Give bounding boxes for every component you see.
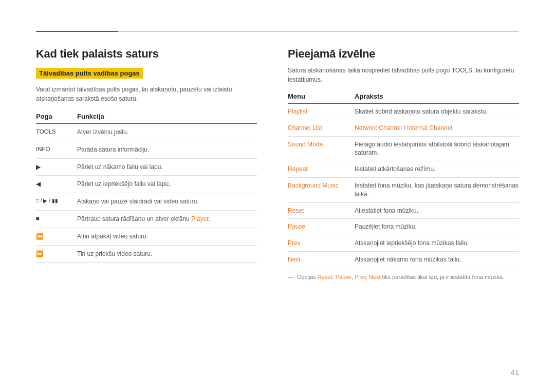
table-row: ⏩ Tin uz priekšu video saturu. bbox=[36, 246, 257, 263]
left-header-col2: Funkcija bbox=[77, 113, 104, 120]
footnote-mark: — bbox=[288, 274, 293, 280]
left-intro-text: Varat izmantot tālvadības pults pogas, l… bbox=[36, 85, 257, 103]
menu-desc: Atiestatiet fona mūziku. bbox=[355, 207, 519, 215]
right-table-row: Sound Mode Pielāgo audio iestatījumus at… bbox=[288, 137, 519, 162]
two-column-layout: Kad tiek palaists saturs Tālvadības pult… bbox=[36, 47, 519, 371]
table-row: ⏪ Attin atpakaļ video saturu. bbox=[36, 228, 257, 246]
row-poga: ⏩ bbox=[36, 250, 77, 257]
row-desc: Attin atpakaļ video saturu. bbox=[77, 232, 257, 241]
left-column: Kad tiek palaists saturs Tālvadības pult… bbox=[36, 47, 257, 371]
menu-desc: Network Channel / Internal Channel bbox=[355, 124, 519, 133]
left-table-header: Poga Funkcija bbox=[36, 113, 257, 124]
footnote-pause: Pause bbox=[336, 274, 351, 280]
page-container: Kad tiek palaists saturs Tālvadības pult… bbox=[0, 0, 555, 392]
right-table-row: Playlist Skatiet šobrid atskaņoto satura… bbox=[288, 104, 519, 120]
left-section-title: Kad tiek palaists saturs bbox=[36, 47, 257, 61]
row-poga: □ / ▶ / ▮▮ bbox=[36, 197, 77, 203]
menu-desc: Iestatiet atkārtošanas režīmu. bbox=[355, 165, 519, 174]
menu-item: Playlist bbox=[288, 107, 355, 115]
footnote-next: Next bbox=[369, 274, 381, 280]
right-table-row: Repeat Iestatiet atkārtošanas režīmu. bbox=[288, 161, 519, 178]
menu-item: Prev bbox=[288, 239, 355, 247]
row-desc: Tin uz priekšu video saturu. bbox=[77, 250, 257, 258]
right-section-title: Pieejamā izvēlne bbox=[288, 47, 519, 61]
right-table-row: Next Atskaņojiet nākamo fona mūzikas fai… bbox=[288, 252, 519, 268]
table-row: TOOLS Atver izvēļņu joslu. bbox=[36, 124, 257, 141]
row-desc: Parāda satura informāciju. bbox=[77, 145, 257, 154]
highlight-heading: Tālvadības pults vadības pogas bbox=[36, 68, 143, 79]
right-header-col2: Apraksts bbox=[355, 92, 383, 100]
left-header-col1: Poga bbox=[36, 113, 77, 120]
row-poga: ▶ bbox=[36, 163, 77, 171]
row-desc: Atver izvēļņu joslu. bbox=[77, 128, 257, 137]
menu-desc: Pauzējiet fona mūziku. bbox=[355, 222, 519, 231]
right-table-row: Background Music Iestatiet fona mūziku, … bbox=[288, 178, 519, 203]
menu-desc: Iestatiet fona mūziku, kas jāatskaņo sat… bbox=[355, 181, 519, 199]
internal-channel-link: Internal Channel bbox=[407, 124, 452, 132]
menu-item: Next bbox=[288, 255, 355, 263]
right-table-row: Reset Atiestatiet fona mūziku. bbox=[288, 203, 519, 219]
right-table-row: Channel List Network Channel / Internal … bbox=[288, 120, 519, 137]
menu-desc: Pielāgo audio iestatījumus atbilstoši šo… bbox=[355, 140, 519, 158]
row-poga: INFO bbox=[36, 145, 77, 152]
right-table-header: Menu Apraksts bbox=[288, 92, 519, 104]
row-desc: Pāriet uz iepriekšējo failu vai lapu. bbox=[77, 180, 257, 189]
menu-item: Repeat bbox=[288, 165, 355, 173]
row-desc: Pārtrauc satura rādīšanu un atver ekrānu… bbox=[77, 215, 257, 223]
right-table-row: Pause Pauzējiet fona mūziku. bbox=[288, 219, 519, 235]
menu-item: Pause bbox=[288, 222, 355, 230]
menu-desc: Atskaņojiet iepriekšējo fona mūzikas fai… bbox=[355, 239, 519, 248]
player-link: Player bbox=[191, 215, 208, 222]
right-intro-text: Satura atskaņošanas laikā nospiediet tāl… bbox=[288, 66, 519, 84]
menu-desc: Atskaņojiet nākamo fona mūzikas failu. bbox=[355, 255, 519, 264]
menu-item: Sound Mode bbox=[288, 140, 355, 148]
top-decorative-line bbox=[36, 31, 519, 32]
network-channel-link: Network Channel bbox=[355, 124, 402, 132]
table-row: INFO Parāda satura informāciju. bbox=[36, 141, 257, 159]
row-poga: ⏪ bbox=[36, 232, 77, 240]
row-poga: TOOLS bbox=[36, 128, 77, 135]
row-poga: ■ bbox=[36, 215, 77, 221]
footnote: — Opcijas Reset, Pause, Prev, Next tiks … bbox=[288, 273, 519, 281]
table-row: ◀ Pāriet uz iepriekšējo failu vai lapu. bbox=[36, 176, 257, 193]
menu-item: Reset bbox=[288, 207, 355, 214]
table-row: ▶ Pāriet uz nākamo failu vai lapu. bbox=[36, 159, 257, 176]
table-row: □ / ▶ / ▮▮ Atskaņo vai pauzē slaidrādi v… bbox=[36, 193, 257, 211]
right-header-col1: Menu bbox=[288, 92, 355, 100]
row-desc: Pāriet uz nākamo failu vai lapu. bbox=[77, 163, 257, 172]
table-row: ■ Pārtrauc satura rādīšanu un atver ekrā… bbox=[36, 211, 257, 228]
right-table-row: Prev Atskaņojiet iepriekšējo fona mūzika… bbox=[288, 235, 519, 252]
footnote-reset: Reset bbox=[318, 274, 332, 280]
footnote-prev: Prev bbox=[355, 274, 366, 280]
menu-item: Background Music bbox=[288, 181, 355, 189]
row-poga: ◀ bbox=[36, 180, 77, 188]
page-number: 41 bbox=[510, 368, 519, 377]
menu-item: Channel List bbox=[288, 124, 355, 132]
right-column: Pieejamā izvēlne Satura atskaņošanas lai… bbox=[288, 47, 519, 371]
row-desc: Atskaņo vai pauzē slaidrādi vai video sa… bbox=[77, 197, 257, 206]
menu-desc: Skatiet šobrid atskaņoto satura objektu … bbox=[355, 107, 519, 116]
